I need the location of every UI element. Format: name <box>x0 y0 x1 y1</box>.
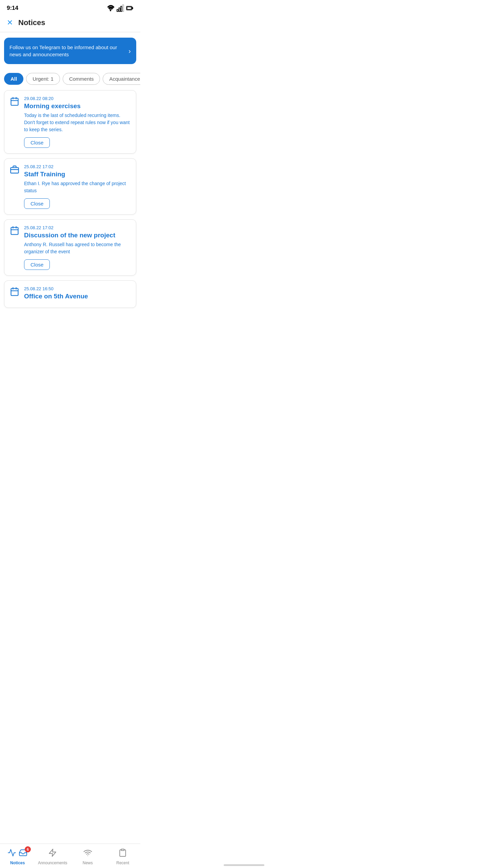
filter-tabs: All Urgent: 1 Comments Acquaintance: 5 N… <box>0 70 140 89</box>
calendar-icon-4 <box>10 287 19 302</box>
notice-date-2: 25.08.22 17:02 <box>24 164 130 169</box>
tab-urgent[interactable]: Urgent: 1 <box>26 73 60 85</box>
notice-content-3: 25.08.22 17:02 Discussion of the new pro… <box>24 225 130 270</box>
notice-card-4-partial: 25.08.22 16:50 Office on 5th Avenue <box>4 280 136 308</box>
notices-list: 29.08.22 08:20 Morning exercises Today i… <box>0 89 140 340</box>
notice-date-1: 29.08.22 08:20 <box>24 96 130 101</box>
tab-all[interactable]: All <box>4 73 23 85</box>
status-time: 9:14 <box>7 5 18 12</box>
page-header: ✕ Notices <box>0 15 140 32</box>
wifi-icon <box>107 4 115 12</box>
briefcase-icon-2 <box>10 165 19 209</box>
notice-card-1: 29.08.22 08:20 Morning exercises Today i… <box>4 90 136 154</box>
telegram-banner-text: Follow us on Telegram to be informed abo… <box>9 44 124 58</box>
telegram-banner[interactable]: Follow us on Telegram to be informed abo… <box>4 38 136 64</box>
tab-comments[interactable]: Comments <box>63 73 100 85</box>
page-title: Notices <box>18 18 45 27</box>
notice-title-3: Discussion of the new project <box>24 232 130 239</box>
notice-body-2: Ethan I. Rye has approved the change of … <box>24 180 130 194</box>
notice-body-3: Anthony R. Russell has agreed to become … <box>24 241 130 255</box>
svg-rect-5 <box>127 7 131 9</box>
svg-rect-3 <box>122 5 124 12</box>
notice-content-1: 29.08.22 08:20 Morning exercises Today i… <box>24 96 130 148</box>
telegram-arrow-icon: › <box>128 47 131 55</box>
notice-title-2: Staff Training <box>24 171 130 178</box>
svg-rect-2 <box>121 6 122 12</box>
close-button[interactable]: ✕ <box>7 19 13 26</box>
svg-rect-10 <box>11 167 18 173</box>
notice-date-4: 25.08.22 16:50 <box>24 286 130 291</box>
notice-date-3: 25.08.22 17:02 <box>24 225 130 230</box>
calendar-icon-1 <box>10 97 19 148</box>
notice-card-2: 25.08.22 17:02 Staff Training Ethan I. R… <box>4 158 136 215</box>
battery-icon <box>126 4 134 12</box>
status-bar: 9:14 <box>0 0 140 15</box>
signal-icon <box>117 4 124 12</box>
svg-rect-13 <box>11 228 18 235</box>
notice-card-3: 25.08.22 17:02 Discussion of the new pro… <box>4 219 136 276</box>
svg-rect-17 <box>11 289 18 296</box>
close-notice-btn-3[interactable]: Close <box>24 259 50 270</box>
status-icons <box>107 4 134 12</box>
svg-rect-6 <box>11 98 18 105</box>
svg-rect-0 <box>117 9 118 12</box>
tab-acquaintance[interactable]: Acquaintance: 5 <box>103 73 140 85</box>
notice-title-1: Morning exercises <box>24 102 130 110</box>
notice-title-4: Office on 5th Avenue <box>24 293 130 300</box>
svg-rect-1 <box>119 8 120 12</box>
close-notice-btn-1[interactable]: Close <box>24 137 50 148</box>
notice-content-2: 25.08.22 17:02 Staff Training Ethan I. R… <box>24 164 130 209</box>
calendar-icon-3 <box>10 226 19 270</box>
notice-content-4: 25.08.22 16:50 Office on 5th Avenue <box>24 286 130 302</box>
notice-body-1: Today is the last of scheduled recurring… <box>24 112 130 133</box>
close-notice-btn-2[interactable]: Close <box>24 198 50 209</box>
